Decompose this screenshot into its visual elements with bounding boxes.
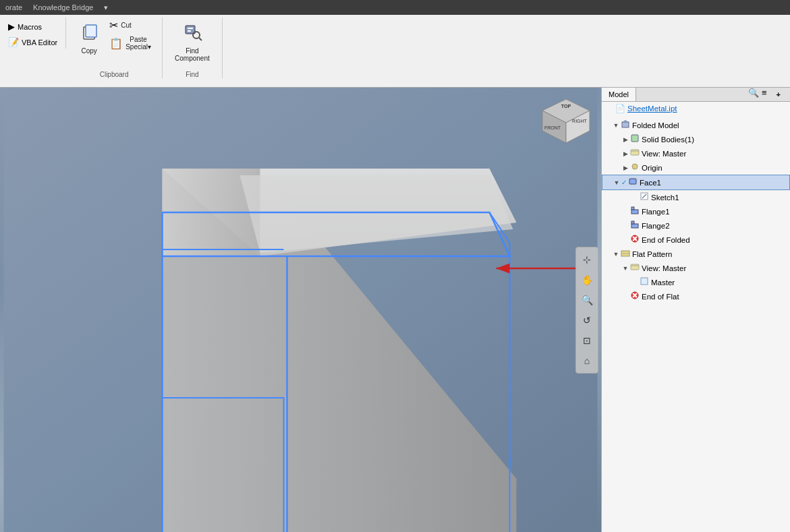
document-icon: 📄 [615,104,625,113]
cut-icon: ✂ [109,19,118,32]
search-icon[interactable]: 🔍 [748,88,759,101]
paste-special-icon: 📋 [109,37,123,50]
solid-bodies-label: Solid Bodies(1) [642,136,694,144]
svg-rect-30 [631,150,639,155]
flange2-icon [630,220,640,231]
check-icon: ✓ [621,179,627,186]
add-panel-tab[interactable]: + [770,88,787,101]
svg-text:RIGHT: RIGHT [572,119,588,123]
cut-button[interactable]: ✂ Cut [107,18,154,33]
rotate-tool[interactable]: ↺ [577,311,596,330]
expand-icon: ▶ [621,150,630,157]
tree-item-solid-bodies[interactable]: ▶ Solid Bodies(1) [602,132,790,146]
origin-icon [630,162,640,173]
view-master-icon [630,148,640,159]
copy-label: Copy [82,47,97,55]
fit-tool[interactable]: ⊡ [577,331,596,350]
title-collaborate[interactable]: orate [5,3,22,11]
end-of-folded-label: End of Folded [642,236,690,244]
svg-rect-5 [188,28,193,29]
flange2-label: Flange2 [642,222,670,230]
tree-item-view-master-2[interactable]: ▼ View: Master [602,261,790,275]
model-panel-tabs: Model 🔍 ≡ + [602,88,790,102]
model-view [0,88,601,532]
settings-icon[interactable]: ≡ [762,88,767,101]
expand-icon: ▼ [621,265,630,272]
end-of-folded-icon [630,234,640,245]
tree-item-flange2[interactable]: Flange2 [602,218,790,233]
end-of-flat-icon [630,291,640,302]
macros-button[interactable]: ▶ Macros [5,20,60,33]
ribbon: ▶ Macros 📝 VBA Editor Copy ✂ [0,15,790,88]
sketch1-label: Sketch1 [651,194,679,202]
svg-line-4 [199,38,202,40]
tree-item-flat-pattern[interactable]: ▼ Flat Pattern [602,247,790,261]
viewport[interactable]: TOP FRONT RIGHT ⊹ ✋ 🔍 ↺ ⊡ ⌂ [0,88,601,532]
svg-rect-29 [631,135,638,142]
model-tab[interactable]: Model [602,88,636,101]
tree-item-folded-model[interactable]: ▼ Folded Model [602,118,790,132]
sketch1-icon [640,191,649,203]
find-group: FindComponent Find [163,18,223,78]
tree-root[interactable]: 📄 SheetMetal.ipt [602,102,790,115]
paste-special-button[interactable]: 📋 PasteSpecial▾ [107,34,154,52]
clipboard-group: Copy ✂ Cut 📋 PasteSpecial▾ Clipboard [66,18,163,78]
face1-label: Face1 [640,179,661,187]
zoom-tool[interactable]: 🔍 [577,291,596,309]
main-area: TOP FRONT RIGHT ⊹ ✋ 🔍 ↺ ⊡ ⌂ Model 🔍 ≡ + [0,88,790,532]
svg-rect-38 [631,224,638,228]
svg-rect-36 [631,210,638,214]
title-knowledge-bridge[interactable]: Knowledge Bridge [33,3,93,11]
view-master-1-label: View: Master [642,150,686,158]
solid-bodies-icon [630,134,640,145]
navigation-cube[interactable]: TOP FRONT RIGHT [539,96,593,150]
master-icon [640,276,649,288]
clipboard-label: Clipboard [100,71,129,78]
model-tree: ▼ Folded Model ▶ Solid Bodies(1) ▶ [602,115,790,532]
find-component-button[interactable]: FindComponent [171,18,214,65]
flange1-label: Flange1 [642,208,670,216]
svg-rect-37 [631,207,634,210]
find-label: Find [186,71,198,78]
model-icon [621,119,630,131]
view-master-2-icon [630,262,640,274]
pan-tool[interactable]: ✋ [577,270,596,289]
copy-button[interactable]: Copy [74,18,104,57]
folded-model-label: Folded Model [632,121,679,129]
svg-rect-27 [622,122,629,127]
svg-text:TOP: TOP [561,104,571,109]
svg-rect-1 [86,25,96,37]
vba-editor-button[interactable]: 📝 VBA Editor [5,36,60,49]
find-component-label: FindComponent [175,47,210,62]
tree-item-master[interactable]: Master [602,275,790,289]
svg-rect-6 [188,30,191,32]
expand-icon: ▼ [611,122,621,129]
face1-icon [628,177,638,188]
view-master-2-label: View: Master [642,264,686,272]
copy-icon [78,20,100,46]
tree-item-origin[interactable]: ▶ Origin [602,160,790,175]
tree-item-flange1[interactable]: Flange1 [602,204,790,218]
svg-text:FRONT: FRONT [544,125,561,130]
file-link[interactable]: SheetMetal.ipt [627,105,677,113]
end-of-flat-label: End of Flat [642,293,679,301]
tree-item-face1[interactable]: ▼ ✓ Face1 [602,175,790,190]
origin-label: Origin [642,164,662,172]
home-tool[interactable]: ⌂ [577,351,596,370]
title-bar: orate Knowledge Bridge ▾ [0,0,790,15]
flat-pattern-label: Flat Pattern [632,250,672,258]
svg-marker-28 [622,120,629,122]
cut-label: Cut [121,22,132,29]
expand-icon: ▼ [611,251,621,258]
tree-item-end-of-flat[interactable]: End of Flat [602,289,790,303]
master-label: Master [651,278,675,287]
tree-item-sketch1[interactable]: Sketch1 [602,190,790,204]
model-tab-actions: 🔍 ≡ + [745,88,790,101]
tree-item-end-of-folded[interactable]: End of Folded [602,233,790,247]
cursor-tool[interactable]: ⊹ [577,250,596,269]
svg-rect-47 [641,278,648,285]
tree-item-view-master-1[interactable]: ▶ View: Master [602,146,790,160]
svg-point-32 [632,164,638,169]
title-dropdown[interactable]: ▾ [104,3,108,12]
svg-rect-33 [629,179,636,184]
